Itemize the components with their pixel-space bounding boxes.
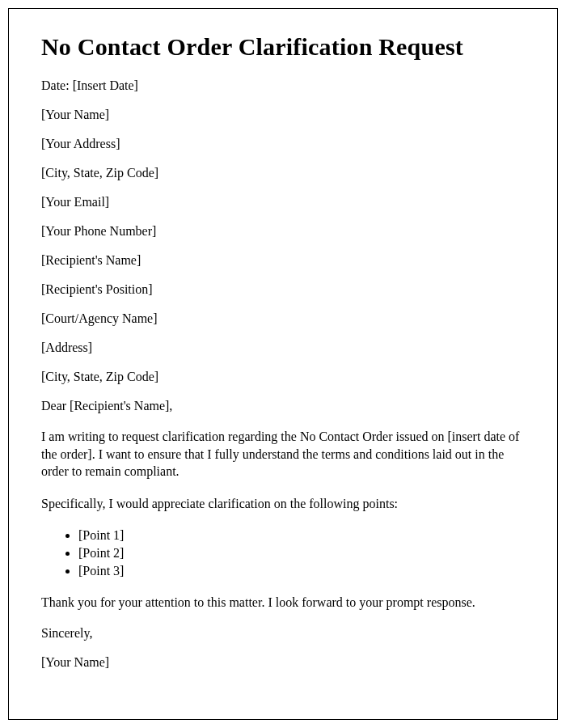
document-title: No Contact Order Clarification Request <box>41 33 525 61</box>
recipient-name: [Recipient's Name] <box>41 253 525 268</box>
sender-name: [Your Name] <box>41 108 525 122</box>
sender-city-state-zip: [City, State, Zip Code] <box>41 166 525 180</box>
sender-email: [Your Email] <box>41 195 525 210</box>
list-item: [Point 1] <box>78 527 525 544</box>
list-item: [Point 3] <box>78 562 525 580</box>
body-paragraph-1: I am writing to request clarification re… <box>41 428 525 480</box>
closing: Sincerely, <box>41 626 525 641</box>
list-item: [Point 2] <box>78 544 525 562</box>
recipient-city-state-zip: [City, State, Zip Code] <box>41 370 525 384</box>
recipient-address: [Address] <box>41 341 525 355</box>
court-agency-name: [Court/Agency Name] <box>41 311 525 326</box>
body-paragraph-3: Thank you for your attention to this mat… <box>41 594 525 612</box>
document-page: No Contact Order Clarification Request D… <box>8 8 558 720</box>
sender-address: [Your Address] <box>41 137 525 151</box>
body-paragraph-2: Specifically, I would appreciate clarifi… <box>41 495 525 513</box>
sender-phone: [Your Phone Number] <box>41 224 525 239</box>
salutation: Dear [Recipient's Name], <box>41 399 525 413</box>
date-field: Date: [Insert Date] <box>41 78 525 93</box>
recipient-position: [Recipient's Position] <box>41 282 525 297</box>
clarification-points-list: [Point 1] [Point 2] [Point 3] <box>41 527 525 579</box>
signature-name: [Your Name] <box>41 655 525 670</box>
